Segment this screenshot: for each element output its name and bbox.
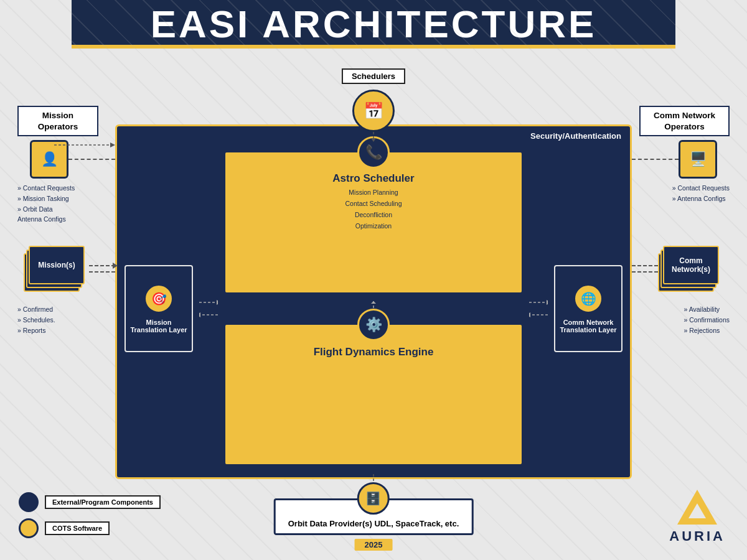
flight-dynamics-content: Flight Dynamics Engine <box>233 346 514 358</box>
comm-box-front: Comm Network(s) <box>663 246 719 284</box>
comm-networks-stack-area: Comm Network(s) <box>658 246 723 296</box>
legend-cots-label: COTS Software <box>45 521 110 535</box>
astro-scheduler-icon: 📞 <box>357 136 390 169</box>
main-to-comm-hline <box>632 271 658 273</box>
missions-box-front: Mission(s) <box>29 246 85 284</box>
schedulers-section: Schedulers 📅 <box>342 68 405 132</box>
left-annotation-top: » Contact Requests » Mission Tasking » O… <box>17 183 75 225</box>
svg-marker-10 <box>529 312 530 317</box>
flight-dynamics-icon: ⚙️ <box>357 309 390 341</box>
auria-logo: AURIA <box>669 490 725 544</box>
right-annotations-bottom: » Availability » Confirmations » Rejecti… <box>684 302 730 338</box>
right-arrow-right-svg <box>529 296 548 309</box>
svg-marker-3 <box>199 312 200 317</box>
astro-scheduler-content: Astro Scheduler Mission Planning Contact… <box>233 172 514 231</box>
legend-external-label: External/Program Components <box>45 495 161 509</box>
auria-triangle-wrapper <box>677 490 718 527</box>
right-arrows-inner <box>529 296 548 321</box>
missions-label: Mission(s) <box>38 261 75 269</box>
legend-items: External/Program Components COTS Softwar… <box>19 492 161 538</box>
astro-scheduler-desc: Mission Planning Contact Scheduling Deco… <box>233 187 514 231</box>
mission-operator-icon-box: 👤 <box>30 140 68 181</box>
left-arrows <box>199 296 218 321</box>
right-annotations-top: » Contact Requests » Antenna Configs <box>672 180 730 207</box>
mission-translation-label: Mission Translation Layer <box>129 319 188 334</box>
right-annotation-top: » Contact Requests » Antenna Configs <box>672 183 730 204</box>
comm-operators-label: Comm Network Operators <box>639 106 730 136</box>
left-annotations-top: » Contact Requests » Mission Tasking » O… <box>17 180 75 227</box>
comm-to-main-hline <box>632 265 658 266</box>
right-top-hline <box>632 159 679 160</box>
legend-cots-circle <box>19 518 39 538</box>
orbit-data-wrapper: 🗄️ Orbit Data Provider(s) UDL, SpaceTrac… <box>274 498 474 535</box>
legend: External/Program Components COTS Softwar… <box>19 492 161 538</box>
right-annotation-bottom: » Availability » Confirmations » Rejecti… <box>684 304 730 335</box>
comm-operator-icon-box: 🖥️ <box>679 140 717 181</box>
svg-marker-5 <box>371 301 376 304</box>
svg-marker-14 <box>110 142 115 147</box>
orbit-data-section: 🗄️ Orbit Data Provider(s) UDL, SpaceTrac… <box>274 498 474 535</box>
auria-name: AURIA <box>669 528 725 544</box>
legend-external: External/Program Components <box>19 492 161 512</box>
svg-marker-1 <box>217 300 218 305</box>
main-to-mission-hline <box>89 271 115 273</box>
main-box-inner-wrapper: Security/Authentication 🎯 Mission Transl… <box>115 124 632 479</box>
flight-dynamics-title: Flight Dynamics Engine <box>233 346 514 358</box>
year-label: 2025 <box>355 539 393 551</box>
mission-translation-box: 🎯 Mission Translation Layer <box>125 265 193 352</box>
left-annotation-bottom: » Confirmed » Schedules. » Reports <box>17 304 55 335</box>
astro-scheduler-box: 📞 Astro Scheduler Mission Planning Conta… <box>224 151 523 294</box>
main-dark-box: Security/Authentication 🎯 Mission Transl… <box>115 124 632 479</box>
comm-translation-icon: 🌐 <box>573 284 603 314</box>
comm-translation-box: 🌐 Comm Network Translation Layer <box>554 265 622 352</box>
diagram-area: Schedulers 📅 Mission Operators 👤 » Conta… <box>12 68 735 554</box>
mission-to-main-hline <box>89 265 115 266</box>
auria-inner-triangle <box>688 503 706 518</box>
mission-operator-icon: 👤 <box>30 140 68 179</box>
security-label: Security/Authentication <box>530 131 621 141</box>
right-arrow-left-svg <box>199 309 218 321</box>
mission-operators-section: Mission Operators <box>17 106 98 136</box>
legend-external-circle <box>19 492 39 512</box>
comm-translation-label: Comm Network Translation Layer <box>559 319 618 334</box>
left-arrow-svg <box>199 296 218 309</box>
schedulers-icon: 📅 <box>352 90 395 132</box>
comm-networks-label: Comm Network(s) <box>664 256 718 274</box>
comm-operators-section: Comm Network Operators <box>639 106 730 136</box>
left-top-hline <box>68 159 115 160</box>
orbit-data-label: Orbit Data Provider(s) UDL, SpaceTrack, … <box>288 519 459 528</box>
schedulers-label: Schedulers <box>342 68 405 84</box>
mission-translation-icon: 🎯 <box>144 284 174 314</box>
svg-marker-8 <box>547 300 548 305</box>
main-box-layout: 🎯 Mission Translation Layer <box>125 151 622 465</box>
page-wrapper: EASI ARCHITECTURE Schedulers 📅 Mission O… <box>0 0 747 560</box>
flight-dynamics-box: ⚙️ Flight Dynamics Engine <box>224 324 523 466</box>
comm-operator-icon: 🖥️ <box>679 140 717 179</box>
legend-cots: COTS Software <box>19 518 161 538</box>
astro-scheduler-title: Astro Scheduler <box>233 172 514 185</box>
orbit-data-icon: 🗄️ <box>357 482 390 515</box>
missions-stack-area: Mission(s) <box>24 246 89 296</box>
left-annotations-bottom: » Confirmed » Schedules. » Reports <box>17 302 55 338</box>
left-arrow-right-svg <box>529 309 548 321</box>
center-column: 📞 Astro Scheduler Mission Planning Conta… <box>224 151 523 465</box>
mission-operators-label: Mission Operators <box>17 106 98 136</box>
